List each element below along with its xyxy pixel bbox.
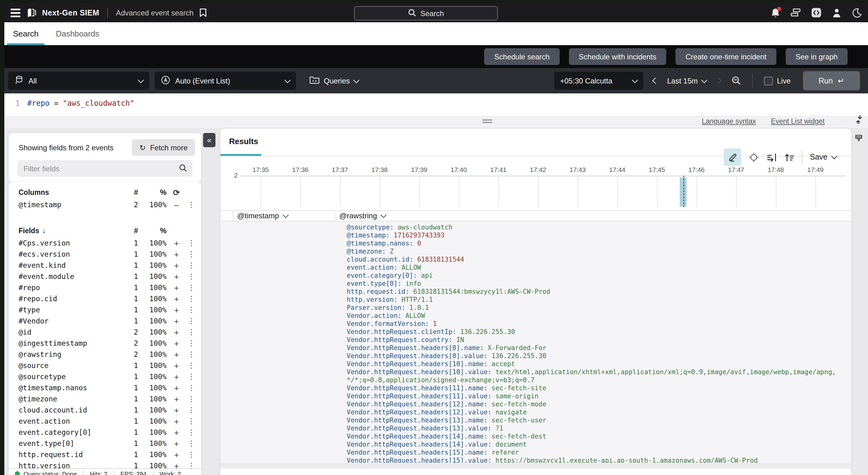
user-profile-icon[interactable]	[832, 8, 841, 18]
log-line: event.category[0]: api	[347, 272, 842, 279]
kebab-menu-icon[interactable]: ⋮	[186, 283, 196, 292]
field-count: 2	[122, 339, 138, 348]
add-column-icon[interactable]: +	[166, 261, 186, 270]
zoom-out-icon[interactable]	[732, 76, 741, 86]
kebab-menu-icon[interactable]: ⋮	[186, 372, 196, 381]
kebab-menu-icon[interactable]: ⋮	[186, 417, 196, 426]
action-button-0[interactable]: Schedule search	[485, 48, 560, 65]
add-column-icon[interactable]: +	[166, 339, 186, 348]
refresh-columns-icon[interactable]: ⟳	[166, 188, 186, 197]
column-header-rawstring[interactable]: @rawstring	[339, 211, 386, 221]
field-count: 1	[122, 283, 138, 292]
footer-link-0[interactable]: Language syntax	[702, 117, 756, 125]
kebab-menu-icon[interactable]: ⋮	[186, 383, 196, 392]
add-column-icon[interactable]: +	[166, 428, 186, 437]
kebab-menu-icon[interactable]: ⋮	[186, 200, 196, 209]
kebab-menu-icon[interactable]: ⋮	[186, 239, 196, 247]
product-logo-icon[interactable]	[26, 7, 36, 18]
bookmark-icon[interactable]	[199, 8, 207, 17]
add-column-icon[interactable]: +	[166, 361, 186, 370]
add-column-icon[interactable]: +	[166, 316, 186, 326]
api-code-icon[interactable]	[811, 7, 822, 18]
timezone-dropdown[interactable]: +05:30 Calcutta	[554, 72, 643, 90]
tab-dashboards[interactable]: Dashboards	[47, 22, 108, 45]
action-button-3[interactable]: See in graph	[786, 48, 847, 65]
action-button-1[interactable]: Schedule with incidents	[569, 48, 666, 65]
live-toggle[interactable]: Live	[764, 76, 790, 85]
log-colon: :	[488, 392, 495, 400]
query-editor[interactable]: 1 #repo = "aws_cloudwatch"	[4, 93, 868, 116]
kebab-menu-icon[interactable]: ⋮	[186, 350, 196, 359]
field-name: event.category[0]	[19, 428, 122, 437]
kebab-menu-icon[interactable]: ⋮	[186, 406, 196, 414]
fetch-more-button[interactable]: ↻ Fetch more	[132, 139, 195, 156]
add-column-icon[interactable]: +	[166, 383, 186, 393]
chat-messages-icon[interactable]	[790, 8, 801, 17]
action-button-2[interactable]: Create one-time incident	[676, 48, 776, 65]
kebab-menu-icon[interactable]: ⋮	[186, 306, 196, 314]
add-column-icon[interactable]: +	[166, 238, 186, 248]
kebab-menu-icon[interactable]: ⋮	[186, 339, 196, 348]
style-brush-icon[interactable]	[855, 134, 863, 145]
add-column-icon[interactable]: +	[166, 249, 186, 259]
tab-label: Search	[13, 29, 38, 38]
time-forward-button[interactable]	[716, 78, 721, 83]
search-icon	[179, 163, 187, 174]
add-column-icon[interactable]: +	[166, 283, 186, 292]
field-name: #ecs.version	[19, 250, 122, 259]
kebab-menu-icon[interactable]: ⋮	[186, 250, 196, 259]
editor-resize-handle[interactable]	[482, 120, 492, 124]
add-column-icon[interactable]: +	[166, 272, 186, 281]
kebab-menu-icon[interactable]: ⋮	[186, 428, 196, 437]
field-percent: 100%	[138, 350, 166, 359]
remove-column-icon[interactable]: –	[166, 200, 186, 209]
kebab-menu-icon[interactable]: ⋮	[186, 261, 196, 270]
add-column-icon[interactable]: +	[166, 416, 186, 426]
queries-menu[interactable]: Queries	[310, 75, 359, 86]
field-name: @id	[19, 328, 122, 336]
add-column-icon[interactable]: +	[166, 305, 186, 314]
column-header-timestamp[interactable]: @timestamp	[237, 211, 287, 221]
kebab-menu-icon[interactable]: ⋮	[186, 395, 196, 403]
gridline	[538, 176, 539, 207]
sort-descending-icon[interactable]: ↓	[42, 227, 46, 234]
live-checkbox[interactable]	[764, 76, 773, 85]
dark-mode-moon-icon[interactable]	[852, 8, 862, 18]
kebab-menu-icon[interactable]: ⋮	[186, 361, 196, 370]
tab-search[interactable]: Search	[4, 22, 47, 45]
add-column-icon[interactable]: +	[166, 350, 186, 359]
kebab-menu-icon[interactable]: ⋮	[186, 295, 196, 303]
log-value: referer	[492, 448, 519, 456]
add-column-icon[interactable]: +	[166, 372, 186, 381]
kebab-menu-icon[interactable]: ⋮	[186, 272, 196, 281]
add-column-icon[interactable]: +	[166, 405, 186, 415]
add-column-icon[interactable]: +	[166, 450, 186, 459]
add-column-icon[interactable]: +	[166, 394, 186, 404]
log-colon: :	[484, 400, 492, 408]
kebab-menu-icon[interactable]: ⋮	[186, 439, 196, 448]
kebab-menu-icon[interactable]: ⋮	[186, 328, 196, 336]
filter-fields-input[interactable]	[17, 164, 179, 173]
add-column-icon[interactable]: +	[166, 439, 186, 448]
add-column-icon[interactable]: +	[166, 294, 186, 303]
time-range-dropdown[interactable]: Last 15m	[667, 76, 706, 85]
add-column-icon[interactable]: +	[166, 328, 186, 337]
hamburger-menu-icon[interactable]	[10, 8, 21, 17]
footer-link-1[interactable]: Event List widget	[771, 117, 825, 125]
expanded-event-row[interactable]: @sourcetype: aws-cloudwatch@timestamp: 1…	[220, 222, 851, 463]
log-value: api	[421, 272, 433, 279]
kebab-menu-icon[interactable]: ⋮	[186, 317, 196, 325]
horizontal-scrollbar[interactable]	[220, 463, 851, 469]
run-button[interactable]: Run ↵	[803, 71, 860, 90]
log-key: event.action	[347, 264, 394, 271]
notifications-bell-icon[interactable]	[771, 8, 780, 18]
view-selector-dropdown[interactable]: All	[8, 72, 149, 90]
time-back-button[interactable]	[653, 78, 657, 83]
kebab-menu-icon[interactable]: ⋮	[186, 450, 196, 459]
page-tabs: SearchDashboards	[4, 22, 868, 46]
global-search-input[interactable]: Search	[354, 6, 498, 21]
collapse-vertical-icon[interactable]	[855, 115, 863, 127]
display-format-dropdown[interactable]: Auto (Event List)	[155, 72, 296, 90]
collapse-panel-button[interactable]: «	[203, 133, 215, 147]
event-histogram[interactable]: 2 17:3517:3617:3717:3817:3917:4017:4117:…	[220, 129, 851, 209]
